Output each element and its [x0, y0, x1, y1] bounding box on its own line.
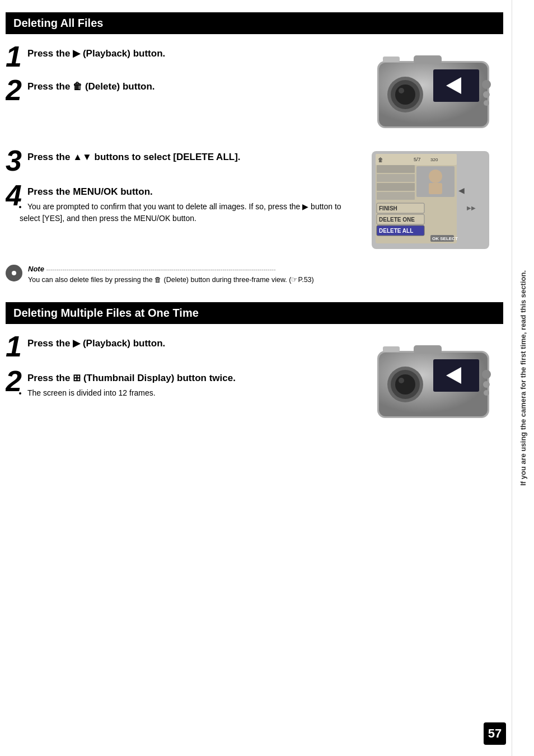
svg-rect-24: [377, 183, 415, 191]
delete-screen-svg: 🗑 5/7 320 FINISH: [369, 148, 498, 252]
svg-point-20: [429, 170, 442, 183]
step-s2-2-block: 2 Press the ⊞ (Thumbnail Display) button…: [6, 369, 358, 399]
step-2-num: 2: [6, 78, 22, 105]
camera-image-2: [369, 334, 503, 428]
steps-col-3: 1 Press the ▶ (Playback) button. 2 Press…: [6, 334, 369, 405]
step-s2-1-num: 1: [6, 334, 22, 361]
svg-point-41: [399, 378, 404, 383]
svg-text:5/7: 5/7: [414, 157, 421, 162]
svg-rect-23: [377, 174, 415, 182]
step-s2-2-text: Press the ⊞ (Thumbnail Display) button t…: [6, 369, 358, 384]
page-number: 57: [484, 722, 506, 745]
camera-image-1: [369, 44, 503, 138]
note-content: Note -----------------------------------…: [28, 264, 503, 285]
section1-steps34: 3 Press the ▲▼ buttons to select [DELETE…: [6, 148, 503, 253]
sidebar-panel: If you are using the camera for the firs…: [512, 0, 534, 756]
svg-text:DELETE ALL: DELETE ALL: [379, 228, 413, 234]
step-1-num: 1: [6, 44, 22, 71]
step-1-block: 1 Press the ▶ (Playback) button.: [6, 44, 358, 72]
svg-text:🗑: 🗑: [378, 157, 383, 163]
note-title: Note: [28, 265, 44, 273]
step-3-block: 3 Press the ▲▼ buttons to select [DELETE…: [6, 148, 358, 176]
svg-rect-21: [429, 183, 442, 194]
svg-text:FINISH: FINISH: [379, 205, 397, 212]
step-3-num: 3: [6, 148, 22, 175]
note-dashes: ----------------------------------------…: [46, 266, 275, 273]
camera-svg-2: [369, 334, 498, 426]
sidebar-text: If you are using the camera for the firs…: [519, 270, 527, 486]
step-1-text: Press the ▶ (Playback) button.: [6, 44, 358, 59]
svg-point-10: [483, 91, 490, 98]
svg-point-45: [482, 370, 491, 379]
section-header-delete-all: Deleting All Files: [6, 12, 503, 34]
camera-svg-1: [369, 44, 498, 137]
step-2-block: 2 Press the 🗑 (Delete) button.: [6, 78, 358, 106]
svg-rect-6: [414, 55, 442, 64]
step-s2-2-bullet: The screen is divided into 12 frames.: [20, 387, 358, 399]
step-4-block: 4 Press the MENU/OK button. You are prom…: [6, 183, 358, 224]
svg-rect-12: [383, 57, 400, 62]
step-4-text: Press the MENU/OK button.: [6, 183, 358, 198]
steps-col-2: 3 Press the ▲▼ buttons to select [DELETE…: [6, 148, 369, 230]
section2-content: 1 Press the ▶ (Playback) button. 2 Press…: [6, 334, 503, 428]
step-s2-1-block: 1 Press the ▶ (Playback) button.: [6, 334, 358, 362]
steps-col-1: 1 Press the ▶ (Playback) button. 2 Press…: [6, 44, 369, 111]
note-icon: [6, 265, 22, 281]
svg-text:OK SELECT: OK SELECT: [432, 236, 458, 241]
step-2-text: Press the 🗑 (Delete) button.: [6, 78, 358, 92]
section-header-delete-multiple: Deleting Multiple Files at One Time: [6, 302, 503, 324]
svg-text:▶▶: ▶▶: [467, 205, 476, 211]
note-box-1: Note -----------------------------------…: [6, 264, 503, 285]
svg-rect-22: [377, 165, 415, 173]
step-3-text: Press the ▲▼ buttons to select [DELETE A…: [6, 148, 358, 163]
svg-rect-25: [377, 192, 415, 200]
svg-text:320: 320: [430, 157, 438, 162]
note-text: You can also delete files by pressing th…: [28, 276, 314, 284]
svg-point-11: [484, 100, 489, 106]
svg-point-9: [482, 80, 491, 89]
svg-point-40: [395, 374, 415, 395]
delete-screen-image: 🗑 5/7 320 FINISH: [369, 148, 503, 253]
svg-point-4: [395, 84, 415, 105]
step-s2-1-text: Press the ▶ (Playback) button.: [6, 334, 358, 349]
svg-point-47: [484, 390, 489, 396]
svg-rect-42: [414, 345, 442, 354]
svg-point-46: [483, 381, 490, 388]
svg-rect-48: [383, 346, 400, 352]
svg-text:◀: ◀: [458, 186, 465, 195]
section1-content: 1 Press the ▶ (Playback) button. 2 Press…: [6, 44, 503, 138]
step-4-bullet: You are prompted to confirm that you wan…: [20, 201, 358, 224]
svg-point-5: [399, 88, 404, 93]
svg-text:DELETE ONE: DELETE ONE: [379, 217, 415, 223]
